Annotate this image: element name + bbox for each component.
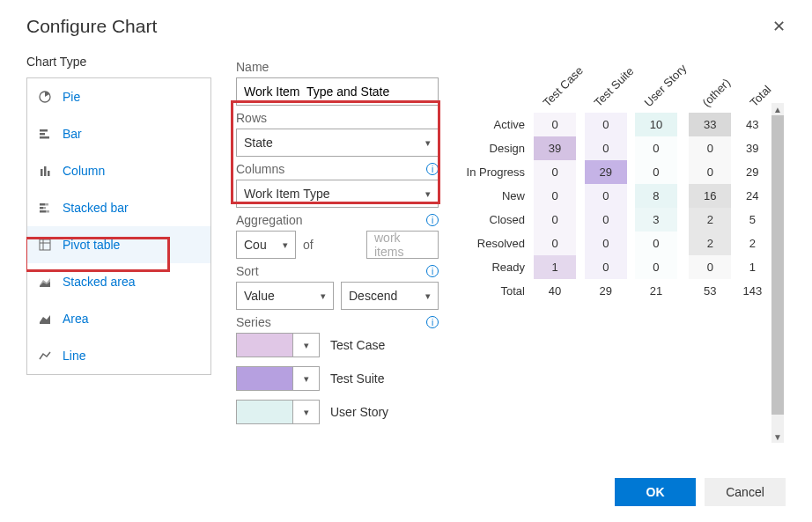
chevron-down-icon: ▾ (425, 137, 431, 149)
pivot-table-icon (38, 238, 52, 252)
chart-type-pivot-table[interactable]: Pivot table (27, 226, 210, 263)
ok-button[interactable]: OK (615, 478, 696, 506)
chart-type-column[interactable]: Column (27, 152, 210, 189)
pivot-cell: 0 (689, 255, 731, 279)
pie-icon (38, 90, 52, 104)
name-label: Name (236, 60, 269, 74)
scroll-down-arrow-icon[interactable]: ▼ (771, 430, 784, 443)
pivot-cell: 29 (585, 160, 635, 184)
sort-field-select[interactable]: Value ▾ (236, 282, 334, 310)
svg-rect-7 (40, 203, 45, 206)
line-icon (38, 349, 52, 363)
chart-type-label: Pie (63, 90, 80, 104)
column-icon (38, 164, 52, 178)
chart-type-stacked-bar[interactable]: Stacked bar (27, 189, 210, 226)
pivot-cell: 0 (635, 255, 689, 279)
chevron-down-icon[interactable]: ▾ (293, 400, 320, 424)
svg-rect-13 (40, 239, 50, 250)
chart-type-label: Chart Type (26, 55, 211, 69)
sort-dir-select[interactable]: Descend ▾ (341, 282, 439, 310)
pivot-cell: 0 (585, 113, 635, 136)
pivot-row-label: Resolved (463, 232, 534, 255)
cancel-button[interactable]: Cancel (705, 478, 786, 506)
area-icon (38, 312, 52, 326)
pivot-cell: 0 (585, 232, 635, 255)
svg-rect-3 (40, 136, 49, 139)
series-label: Test Suite (330, 371, 384, 386)
chevron-down-icon[interactable]: ▾ (293, 333, 320, 357)
chevron-down-icon: ▾ (425, 290, 431, 302)
chart-preview: Test CaseTest SuiteUser Story(other)Tota… (463, 55, 786, 522)
color-swatch[interactable] (236, 333, 293, 357)
pivot-cell: 5 (731, 208, 773, 232)
pivot-cell: 143 (731, 279, 773, 303)
pivot-cell: 10 (635, 113, 689, 136)
pivot-cell: 0 (635, 232, 689, 255)
chart-type-line[interactable]: Line (27, 337, 210, 374)
chart-type-label: Area (63, 312, 89, 326)
color-swatch[interactable] (236, 366, 293, 391)
pivot-cell: 0 (534, 113, 585, 136)
chart-type-stacked-area[interactable]: Stacked area (27, 263, 210, 300)
svg-rect-2 (40, 133, 45, 136)
chart-type-area[interactable]: Area (27, 300, 210, 337)
series-row: ▾Test Case (236, 333, 439, 357)
pivot-col-header: Test Case (534, 60, 585, 113)
svg-rect-12 (46, 210, 49, 213)
pivot-cell: 0 (689, 136, 731, 160)
svg-rect-11 (40, 210, 46, 213)
color-swatch[interactable] (236, 400, 293, 424)
series-label: User Story (330, 405, 388, 419)
chart-type-label: Bar (63, 127, 82, 141)
scrollbar[interactable]: ▲ ▼ (771, 103, 784, 443)
pivot-cell: 24 (731, 184, 773, 208)
close-icon[interactable]: ✕ (772, 18, 786, 34)
scroll-up-arrow-icon[interactable]: ▲ (771, 103, 784, 115)
config-panel: Name Rows State ▾ Columns i Work Item Ty… (236, 55, 439, 522)
pivot-row-label: Design (463, 136, 534, 160)
svg-rect-6 (48, 171, 50, 176)
pivot-cell: 0 (585, 184, 635, 208)
chart-type-sidebar: Chart Type PieBarColumnStacked barPivot … (26, 55, 211, 522)
pivot-row-label: Total (463, 279, 534, 303)
name-input[interactable] (236, 77, 439, 106)
dialog-title: Configure Chart (26, 16, 157, 37)
pivot-cell: 0 (534, 160, 585, 184)
pivot-cell: 39 (534, 136, 585, 160)
info-icon[interactable]: i (426, 316, 439, 328)
svg-rect-8 (45, 203, 48, 206)
svg-rect-4 (41, 169, 43, 176)
info-icon[interactable]: i (426, 163, 439, 175)
stacked-area-icon (38, 275, 52, 289)
pivot-cell: 29 (731, 160, 773, 184)
svg-rect-1 (40, 129, 48, 132)
pivot-cell: 1 (534, 255, 585, 279)
aggregation-select[interactable]: Cou ▾ (236, 231, 296, 259)
info-icon[interactable]: i (426, 265, 439, 277)
rows-select[interactable]: State ▾ (236, 129, 439, 157)
aggregation-field-select[interactable]: work items (366, 231, 439, 259)
chevron-down-icon[interactable]: ▾ (293, 366, 320, 391)
chart-type-bar[interactable]: Bar (27, 115, 210, 152)
pivot-cell: 0 (585, 208, 635, 232)
chevron-down-icon: ▾ (321, 290, 326, 302)
chart-type-pie[interactable]: Pie (27, 78, 210, 115)
pivot-row-label: Closed (463, 208, 534, 232)
chart-type-label: Line (63, 349, 85, 363)
columns-select[interactable]: Work Item Type ▾ (236, 180, 439, 208)
pivot-cell: 0 (635, 160, 689, 184)
pivot-cell: 53 (689, 279, 731, 303)
pivot-col-header: Total (731, 60, 773, 113)
info-icon[interactable]: i (426, 214, 439, 226)
scroll-thumb[interactable] (771, 115, 784, 415)
pivot-cell: 2 (731, 232, 773, 255)
sort-label: Sort (236, 264, 259, 278)
pivot-cell: 0 (585, 255, 635, 279)
svg-rect-9 (40, 207, 43, 210)
chevron-down-icon: ▾ (283, 239, 288, 251)
pivot-cell: 43 (731, 113, 773, 136)
pivot-cell: 29 (585, 279, 635, 303)
bar-icon (38, 127, 52, 141)
pivot-cell: 2 (689, 208, 731, 232)
pivot-col-header: (other) (689, 60, 731, 113)
